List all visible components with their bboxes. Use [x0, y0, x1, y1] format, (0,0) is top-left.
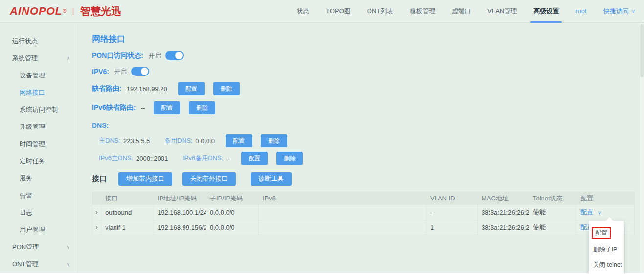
page-title: 网络接口	[92, 33, 644, 45]
cell-vlan: -	[426, 205, 478, 220]
default-route-row: 缺省路由: 192.168.99.20 配置 删除	[92, 82, 644, 95]
col-vlan-id: VLAN ID	[426, 192, 478, 205]
cell-config: 配置 ∨	[576, 205, 635, 220]
ipv6-default-route-delete-button[interactable]: 删除	[189, 101, 215, 114]
ipv6-default-route-configure-button[interactable]: 配置	[154, 101, 180, 114]
table-row: › outbound 192.168.100.1/24 0.0.0.0/0 - …	[92, 205, 635, 220]
nav-user-root[interactable]: root	[575, 0, 586, 22]
add-inband-interface-button[interactable]: 增加带内接口	[118, 172, 172, 186]
close-outband-interface-button[interactable]: 关闭带外接口	[182, 172, 236, 186]
cell-subip: 0.0.0.0/0	[206, 220, 259, 235]
nav-quick-access[interactable]: 快捷访问 ∨	[603, 0, 635, 22]
primary-dns-label: 主DNS:	[99, 136, 120, 145]
nav-status[interactable]: 状态	[297, 0, 309, 22]
pon-access-row: PON口访问状态: 开启	[92, 51, 644, 60]
ipv6-primary-dns-value: 2000::2001	[136, 155, 168, 162]
cell-ipv6	[259, 205, 426, 220]
sidebar-item-system-access-control[interactable]: 系统访问控制	[0, 101, 78, 118]
page-scrollbar[interactable]	[639, 23, 644, 273]
sidebar-item-system-mgmt[interactable]: 系统管理 ∧	[0, 50, 78, 67]
sidebar-item-running-status[interactable]: 运行状态	[0, 32, 78, 50]
dns-configure-button[interactable]: 配置	[226, 134, 252, 147]
ipv6-toggle[interactable]	[131, 67, 149, 76]
ipv6-state: 开启	[114, 67, 127, 76]
ipv6-backup-dns-label: IPv6备用DNS:	[183, 154, 223, 163]
pon-access-toggle[interactable]	[165, 51, 184, 60]
col-config: 配置	[576, 192, 635, 205]
interface-section-label: 接口	[92, 174, 107, 184]
dns-section-row: DNS:	[92, 122, 644, 129]
nav-advanced-settings[interactable]: 高级设置	[533, 0, 559, 22]
row-expand-icon[interactable]: ›	[92, 205, 101, 220]
sidebar-item-network-interface[interactable]: 网络接口	[0, 84, 78, 101]
diagnostic-tools-button[interactable]: 诊断工具	[251, 172, 292, 186]
chevron-down-icon: ∨	[632, 8, 635, 14]
chevron-down-icon: ∨	[67, 244, 70, 249]
dns-delete-button[interactable]: 删除	[261, 134, 287, 147]
ipv6-default-route-label: IPv6缺省路由:	[92, 103, 136, 112]
default-route-delete-button[interactable]: 删除	[213, 82, 240, 95]
brand-name: AINOPOL	[10, 5, 62, 18]
col-telnet-status: Telnet状态	[529, 192, 576, 205]
sidebar-item-ont-mgmt[interactable]: ONT管理 ∨	[0, 255, 78, 273]
table-header-row: 接口 IP地址/IP掩码 子IP/IP掩码 IPv6 VLAN ID MAC地址…	[92, 192, 635, 205]
sidebar-item-alarms[interactable]: 告警	[0, 187, 78, 204]
cell-vlan: 1	[426, 220, 478, 235]
nav-template-mgmt[interactable]: 模板管理	[410, 0, 435, 22]
pon-access-state: 开启	[148, 51, 161, 60]
cell-interface-name: vlanif-1	[101, 220, 154, 235]
sidebar-item-pon-mgmt[interactable]: PON管理 ∨	[0, 238, 78, 255]
sidebar-item-scheduled-tasks[interactable]: 定时任务	[0, 152, 78, 170]
sidebar-item-services[interactable]: 服务	[0, 170, 78, 187]
nav-virtual-port[interactable]: 虚端口	[452, 0, 471, 22]
ipv6-label: IPV6:	[92, 68, 109, 75]
cell-interface-name: outbound	[101, 205, 154, 220]
sidebar-item-device-mgmt[interactable]: 设备管理	[0, 67, 78, 84]
cell-ip: 192.168.99.156/24	[154, 220, 206, 235]
expand-column-header	[92, 192, 101, 205]
menu-item-delete-subip[interactable]: 删除子IP	[589, 242, 624, 257]
ipv6-default-route-row: IPv6缺省路由: -- 配置 删除	[92, 101, 644, 114]
ipv6-dns-delete-button[interactable]: 删除	[276, 152, 303, 165]
backup-dns-label: 备用DNS:	[164, 136, 192, 145]
scrollbar-thumb[interactable]	[640, 24, 644, 77]
default-route-label: 缺省路由:	[92, 84, 122, 93]
nav-topo[interactable]: TOPO图	[326, 0, 350, 22]
dns-section-label: DNS:	[92, 122, 109, 129]
nav-ont-list[interactable]: ONT列表	[367, 0, 393, 22]
chevron-down-icon: ∨	[67, 261, 70, 267]
primary-dns-value: 223.5.5.5	[123, 137, 150, 145]
row-configure-dropdown[interactable]: 配置	[580, 208, 593, 216]
annotation-red-box: 配置	[592, 227, 611, 239]
sidebar-item-time-mgmt[interactable]: 时间管理	[0, 135, 78, 152]
sidebar-item-user-mgmt[interactable]: 用户管理	[0, 221, 78, 238]
chevron-down-icon[interactable]: ∨	[598, 210, 601, 215]
ipv6-primary-dns-label: IPv6主DNS:	[99, 154, 133, 163]
menu-item-configure[interactable]: 配置	[589, 224, 624, 242]
top-nav: 状态 TOPO图 ONT列表 模板管理 虚端口 VLAN管理 高级设置 root…	[280, 0, 635, 22]
menu-item-close-telnet[interactable]: 关闭 telnet	[589, 257, 624, 273]
nav-vlan-mgmt[interactable]: VLAN管理	[487, 0, 517, 22]
ipv6-dns-configure-button[interactable]: 配置	[241, 152, 268, 165]
cell-mac: 38:3a:21:26:26:20	[478, 205, 529, 220]
chevron-up-icon: ∧	[67, 55, 70, 61]
ipv6-default-route-value: --	[140, 104, 145, 112]
row-expand-icon[interactable]: ›	[92, 220, 101, 235]
dns-ipv6-row: IPv6主DNS: 2000::2001 IPv6备用DNS: -- 配置 删除	[99, 152, 644, 165]
col-ip-mask: IP地址/IP掩码	[154, 192, 206, 205]
interface-section-row: 接口 增加带内接口 关闭带外接口 诊断工具	[92, 172, 644, 186]
top-header: AINOPOL® | 智慧光迅 状态 TOPO图 ONT列表 模板管理 虚端口 …	[0, 0, 644, 23]
config-dropdown-menu: 配置 删除子IP 关闭 telnet 增加IPv6	[589, 221, 624, 274]
table-row: › vlanif-1 192.168.99.156/24 0.0.0.0/0 1…	[92, 220, 635, 235]
sidebar-item-logs[interactable]: 日志	[0, 204, 78, 221]
logo-divider: |	[72, 6, 74, 16]
cell-mac: 38:3a:21:26:26:21	[478, 220, 529, 235]
sidebar: 运行状态 系统管理 ∧ 设备管理 网络接口 系统访问控制 升级管理 时间管理 定…	[0, 23, 78, 274]
sidebar-item-upgrade-mgmt[interactable]: 升级管理	[0, 118, 78, 135]
col-subip-mask: 子IP/IP掩码	[206, 192, 259, 205]
dns-ipv4-row: 主DNS: 223.5.5.5 备用DNS: 0.0.0.0 配置 删除	[99, 134, 644, 147]
registered-mark: ®	[63, 8, 66, 14]
default-route-configure-button[interactable]: 配置	[178, 82, 205, 95]
col-interface: 接口	[101, 192, 154, 205]
app-logo: AINOPOL® | 智慧光迅	[10, 4, 121, 18]
